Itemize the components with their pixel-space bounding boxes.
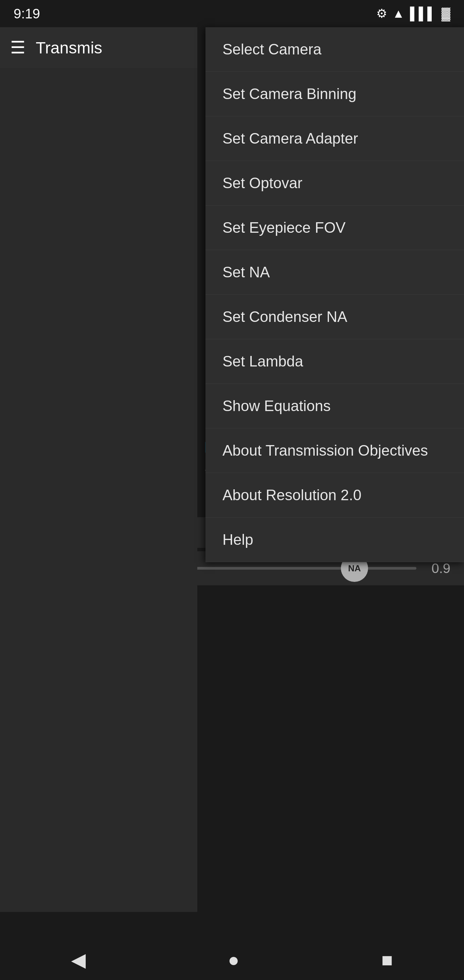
status-bar: 9:19 ⚙ ▲ ▌▌▌ ▓ <box>0 0 464 27</box>
back-button[interactable]: ◀ <box>51 942 106 978</box>
app-header: ☰ Transmis <box>0 27 197 68</box>
status-icons: ⚙ ▲ ▌▌▌ ▓ <box>376 6 450 21</box>
menu-item-select-camera[interactable]: Select Camera <box>205 27 464 72</box>
menu-item-show-equations[interactable]: Show Equations <box>205 384 464 428</box>
home-button[interactable]: ● <box>208 942 260 978</box>
wifi-icon: ▲ <box>392 6 405 21</box>
menu-item-set-lambda[interactable]: Set Lambda <box>205 339 464 384</box>
status-time: 9:19 <box>14 6 40 21</box>
menu-item-about-transmission-objectives[interactable]: About Transmission Objectives <box>205 428 464 473</box>
na-value-end: 0.9 <box>423 561 450 576</box>
battery-icon: ▓ <box>442 6 450 21</box>
menu-item-set-optovar[interactable]: Set Optovar <box>205 161 464 205</box>
menu-item-about-resolution-20[interactable]: About Resolution 2.0 <box>205 473 464 517</box>
app-title: Transmis <box>36 38 102 57</box>
recents-button[interactable]: ■ <box>361 942 413 978</box>
main-content <box>0 68 197 912</box>
menu-item-set-camera-binning[interactable]: Set Camera Binning <box>205 72 464 116</box>
nav-bar: ◀ ● ■ <box>0 939 464 980</box>
hamburger-icon[interactable]: ☰ <box>10 38 25 57</box>
menu-item-set-eyepiece-fov[interactable]: Set Eyepiece FOV <box>205 205 464 250</box>
menu-item-set-na[interactable]: Set NA <box>205 250 464 295</box>
menu-item-set-condenser-na[interactable]: Set Condenser NA <box>205 295 464 339</box>
menu-item-help[interactable]: Help <box>205 517 464 562</box>
settings-icon: ⚙ <box>376 6 387 21</box>
dropdown-menu: Select Camera Set Camera Binning Set Cam… <box>205 27 464 562</box>
menu-item-set-camera-adapter[interactable]: Set Camera Adapter <box>205 116 464 161</box>
signal-icon: ▌▌▌ <box>410 6 436 21</box>
